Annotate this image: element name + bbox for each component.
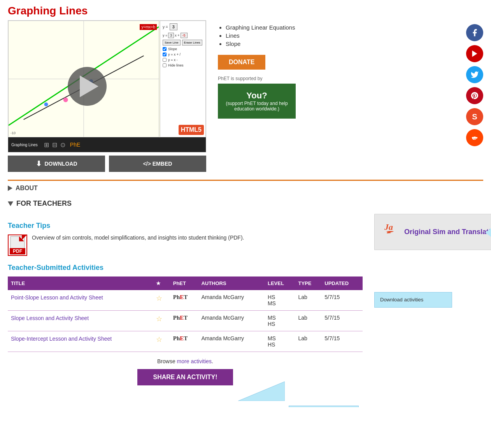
share-tooltip: Share your activity with other teachers bbox=[289, 406, 359, 407]
embed-button[interactable]: </> EMBED bbox=[109, 156, 206, 172]
col-title[interactable]: TITLE bbox=[8, 276, 153, 290]
sim-toolbar: Graphing Lines ⊞ ⊟ ⊙ PhE bbox=[8, 137, 206, 152]
for-teachers-section: FOR TEACHERS Teacher Tips PDF Overvie bbox=[0, 200, 491, 401]
topic-item: Slope bbox=[226, 40, 447, 47]
sim-buttons: ⬇ DOWNLOAD </> EMBED bbox=[8, 156, 206, 172]
you-text: You? bbox=[225, 91, 289, 101]
col-authors: AUTHORS bbox=[198, 276, 265, 290]
download-button[interactable]: ⬇ DOWNLOAD bbox=[8, 156, 105, 172]
teacher-tips: Teacher Tips PDF Overview of sim control… bbox=[8, 222, 363, 256]
col-phet: PhET bbox=[170, 276, 198, 290]
topics-list: Graphing Linear Equations Lines Slope bbox=[218, 24, 447, 47]
authors-cell: Amanda McGarry bbox=[198, 290, 265, 311]
authors-cell: Amanda McGarry bbox=[198, 311, 265, 331]
table-row: Slope-Intercept Lesson and Activity Shee… bbox=[8, 331, 363, 352]
table-wrapper: TITLE ★ PhET AUTHORS LEVEL TYPE UPDATED bbox=[8, 276, 363, 352]
activity-link[interactable]: Point-Slope Lesson and Activity Sheet bbox=[11, 294, 103, 301]
sim-preview: y=mx+b -10 y = 3 y = 3x + -5 Save Line E… bbox=[8, 20, 206, 172]
twitter-icon[interactable] bbox=[466, 66, 483, 83]
sim-toolbar-text: Graphing Lines bbox=[11, 143, 38, 147]
updated-cell: 5/7/15 bbox=[321, 331, 363, 352]
social-icons: S bbox=[466, 20, 483, 172]
topic-item: Lines bbox=[226, 32, 447, 39]
download-icon: ⬇ bbox=[36, 159, 42, 168]
activity-link[interactable]: Slope-Intercept Lesson and Activity Shee… bbox=[11, 336, 112, 342]
table-row: Slope Lesson and Activity Sheet ☆ PhET A… bbox=[8, 311, 363, 331]
browse-suffix: . bbox=[212, 358, 213, 364]
topic-item: Graphing Linear Equations bbox=[226, 24, 447, 31]
page-title: Graphing Lines bbox=[0, 0, 491, 20]
sim-image[interactable]: y=mx+b -10 y = 3 y = 3x + -5 Save Line E… bbox=[8, 20, 206, 152]
type-cell: Lab bbox=[295, 290, 322, 311]
svg-point-4 bbox=[63, 98, 68, 102]
authors-cell: Amanda McGarry bbox=[198, 331, 265, 352]
updated-cell: 5/7/15 bbox=[321, 311, 363, 331]
tips-content: PDF Overview of sim controls, model simp… bbox=[8, 234, 363, 256]
about-header[interactable]: ABOUT bbox=[8, 185, 483, 192]
level-cell: MS HS bbox=[265, 331, 295, 352]
pinterest-icon[interactable] bbox=[466, 87, 483, 104]
phet-logo: PhET bbox=[173, 315, 188, 321]
browse-more: Browse more activities. bbox=[8, 358, 363, 364]
you-box: You? (support PhET today and help educat… bbox=[218, 84, 296, 119]
star-icon[interactable]: ☆ bbox=[156, 336, 162, 343]
you-sub: (support PhET today and help education w… bbox=[225, 101, 289, 112]
share-activity-button[interactable]: SHARE AN ACTIVITY! bbox=[137, 369, 233, 385]
activities-section: Teacher-Submitted Activities TITLE ★ PhE… bbox=[8, 264, 363, 397]
level-cell: HS MS bbox=[265, 290, 295, 311]
reddit-icon[interactable] bbox=[466, 129, 483, 146]
svg-point-6 bbox=[44, 103, 48, 107]
table-row: Point-Slope Lesson and Activity Sheet ☆ … bbox=[8, 290, 363, 311]
download-label: DOWNLOAD bbox=[45, 161, 77, 167]
browse-link[interactable]: more activities bbox=[177, 358, 212, 364]
about-collapse-icon bbox=[8, 186, 12, 191]
activities-table: TITLE ★ PhET AUTHORS LEVEL TYPE UPDATED bbox=[8, 276, 363, 352]
star-icon[interactable]: ☆ bbox=[156, 294, 162, 302]
youtube-icon[interactable] bbox=[466, 45, 483, 62]
svg-text:Ja: Ja bbox=[384, 222, 393, 232]
col-level: LEVEL bbox=[265, 276, 295, 290]
play-button[interactable] bbox=[68, 67, 107, 106]
teacher-tips-description: Overview of sim controls, model simplifi… bbox=[32, 234, 244, 241]
about-section: ABOUT bbox=[0, 181, 491, 200]
svg-marker-12 bbox=[238, 382, 285, 401]
svg-marker-7 bbox=[472, 51, 477, 57]
original-sim-text: Original Sim and Translations bbox=[404, 228, 491, 236]
level-cell: MS HS bbox=[265, 311, 295, 331]
col-star: ★ bbox=[153, 276, 170, 290]
star-icon[interactable]: ☆ bbox=[156, 315, 162, 323]
about-label: ABOUT bbox=[16, 185, 38, 192]
stumbleupon-icon[interactable]: S bbox=[466, 108, 483, 125]
browse-text: Browse bbox=[157, 358, 177, 364]
activity-link[interactable]: Slope Lesson and Activity Sheet bbox=[11, 315, 89, 321]
embed-label: </> EMBED bbox=[143, 161, 172, 167]
download-tooltip: Download activities bbox=[374, 292, 452, 308]
type-cell: Lab bbox=[295, 331, 322, 352]
type-cell: Lab bbox=[295, 311, 322, 331]
pdf-icon[interactable]: PDF bbox=[8, 234, 27, 256]
updated-cell: 5/7/15 bbox=[321, 290, 363, 311]
for-teachers-label: FOR TEACHERS bbox=[16, 200, 72, 208]
java-icon: Ja bbox=[382, 220, 398, 243]
html5-badge: HTML5 bbox=[179, 125, 204, 135]
teacher-tips-heading: Teacher Tips bbox=[8, 222, 363, 230]
center-info: Graphing Linear Equations Lines Slope DO… bbox=[218, 20, 447, 172]
col-updated: UPDATED bbox=[321, 276, 363, 290]
for-teachers-header[interactable]: FOR TEACHERS bbox=[8, 200, 483, 208]
svg-text:PDF: PDF bbox=[13, 248, 22, 254]
original-sim-box[interactable]: Ja Original Sim and Translations bbox=[374, 214, 491, 250]
for-teachers-collapse-icon bbox=[8, 201, 13, 206]
phet-supported-label: PhET is supported by bbox=[218, 76, 447, 81]
activities-heading: Teacher-Submitted Activities bbox=[8, 264, 363, 272]
phet-logo: PhET bbox=[173, 335, 188, 341]
col-type: TYPE bbox=[295, 276, 322, 290]
facebook-icon[interactable] bbox=[466, 24, 483, 41]
phet-logo: PhET bbox=[173, 294, 188, 300]
donate-button[interactable]: DONATE bbox=[218, 55, 265, 70]
